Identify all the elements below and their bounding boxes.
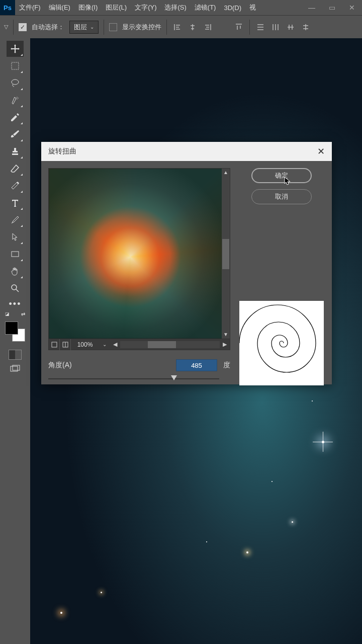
menu-select[interactable]: 选择(S) (160, 0, 190, 15)
zoom-dropdown-icon[interactable]: ⌄ (99, 342, 110, 347)
foreground-color[interactable] (5, 321, 18, 335)
svg-rect-0 (12, 62, 19, 69)
auto-select-label: 自动选择： (32, 23, 64, 32)
angle-input[interactable] (176, 359, 217, 371)
zoom-value: 100% (71, 341, 99, 348)
gradient-tool[interactable] (7, 178, 24, 194)
ok-button[interactable]: 确定 (251, 168, 312, 183)
show-transform-label: 显示变换控件 (122, 23, 161, 32)
show-transform-checkbox[interactable] (109, 23, 117, 31)
svg-rect-3 (12, 252, 19, 257)
options-bar: ▽ ✓ 自动选择： 图层 ⌄ 显示变换控件 (0, 15, 362, 38)
slider-thumb[interactable] (171, 375, 177, 380)
dialog-title: 旋转扭曲 (48, 147, 76, 156)
rectangle-tool[interactable] (7, 246, 24, 262)
align-center-h-icon[interactable] (187, 22, 198, 33)
angle-unit: 度 (223, 361, 230, 370)
swap-colors-icon[interactable]: ◪ (5, 311, 10, 318)
svg-point-4 (12, 285, 17, 290)
dialog-titlebar[interactable]: 旋转扭曲 ✕ (41, 142, 332, 161)
menu-filter[interactable]: 滤镜(T) (191, 0, 220, 15)
align-left-icon[interactable] (172, 22, 183, 33)
distribute-1-icon[interactable] (255, 22, 266, 33)
align-right-icon[interactable] (202, 22, 213, 33)
svg-point-1 (12, 79, 19, 85)
scroll-up-icon[interactable]: ▲ (222, 169, 230, 177)
menu-view[interactable]: 视 (245, 0, 260, 15)
mouse-cursor (284, 176, 293, 187)
window-maximize[interactable]: ▭ (322, 0, 342, 15)
menu-file[interactable]: 文件(F) (15, 0, 45, 15)
stamp-tool[interactable] (7, 143, 24, 159)
menu-layer[interactable]: 图层(L) (102, 0, 131, 15)
type-tool[interactable] (7, 195, 24, 211)
menu-edit[interactable]: 编辑(E) (45, 0, 74, 15)
preview-vscroll[interactable]: ▲ ▼ (222, 169, 230, 339)
eraser-tool[interactable] (7, 160, 24, 177)
menu-type[interactable]: 文字(Y) (131, 0, 160, 15)
distribute-3-icon[interactable] (285, 22, 296, 33)
filter-preview[interactable]: ▲ ▼ (48, 168, 230, 339)
chevron-down-icon: ⌄ (90, 24, 94, 30)
svg-rect-7 (52, 342, 57, 347)
marquee-tool[interactable] (7, 58, 24, 74)
window-minimize[interactable]: — (302, 0, 322, 15)
cancel-button[interactable]: 取消 (251, 189, 312, 204)
quick-select-tool[interactable] (7, 92, 24, 108)
scroll-left-icon[interactable]: ◀ (110, 341, 120, 348)
svg-point-2 (16, 97, 18, 99)
close-icon[interactable]: ✕ (317, 146, 325, 157)
distribute-4-icon[interactable] (300, 22, 311, 33)
layer-select-label: 图层 (74, 23, 87, 32)
menu-image[interactable]: 图像(I) (74, 0, 102, 15)
scroll-down-icon[interactable]: ▼ (222, 331, 230, 339)
move-tool[interactable] (7, 41, 24, 57)
color-swatches[interactable] (5, 321, 25, 342)
screen-mode-icon[interactable] (9, 364, 22, 374)
preview-hscroll[interactable] (120, 341, 220, 348)
path-select-tool[interactable] (7, 229, 24, 245)
ps-logo: Ps (0, 0, 15, 15)
distribute-2-icon[interactable] (270, 22, 281, 33)
hscroll-thumb[interactable] (148, 341, 176, 348)
menu-3d[interactable]: 3D(D) (220, 0, 245, 15)
fit-view-icon[interactable] (49, 339, 60, 350)
eyedropper-tool[interactable] (7, 109, 24, 125)
menubar: Ps 文件(F) 编辑(E) 图像(I) 图层(L) 文字(Y) 选择(S) 滤… (0, 0, 362, 15)
align-top-icon[interactable] (233, 22, 244, 33)
more-tools-icon[interactable]: ••• (9, 299, 22, 309)
hand-tool[interactable] (7, 263, 24, 279)
angle-slider[interactable] (48, 374, 219, 383)
tools-panel: ••• ◪ ⇄ (0, 38, 30, 644)
layer-select-dropdown[interactable]: 图层 ⌄ (69, 21, 99, 34)
chevron-down-icon[interactable]: ▽ (4, 24, 8, 30)
zoom-tool[interactable] (7, 280, 24, 296)
lasso-tool[interactable] (7, 75, 24, 91)
auto-select-checkbox[interactable]: ✓ (19, 23, 27, 31)
actual-pixels-icon[interactable] (60, 339, 71, 350)
twirl-diagram (239, 301, 324, 385)
default-colors-icon[interactable]: ⇄ (21, 311, 25, 318)
window-close[interactable]: ✕ (342, 0, 362, 15)
angle-label: 角度(A) (48, 361, 72, 370)
vscroll-thumb[interactable] (222, 239, 229, 269)
scroll-right-icon[interactable]: ▶ (220, 341, 230, 348)
brush-tool[interactable] (7, 126, 24, 142)
pen-tool[interactable] (7, 212, 24, 228)
quick-mask-icon[interactable] (9, 350, 22, 360)
